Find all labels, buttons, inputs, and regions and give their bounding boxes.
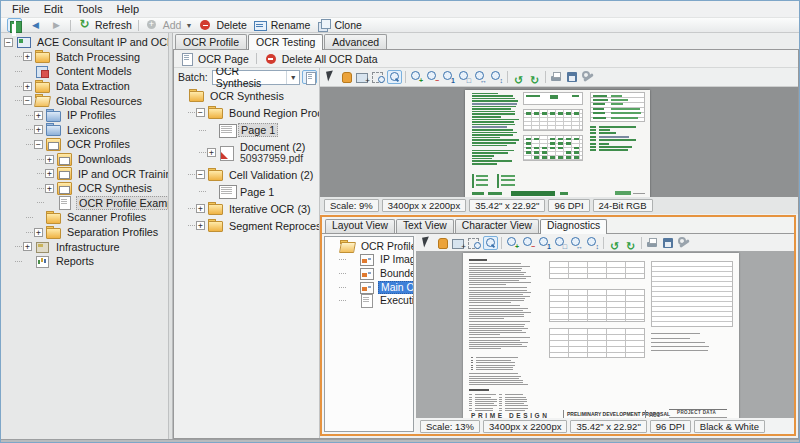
magnifier-tool[interactable] <box>387 70 402 84</box>
delete-all-ocr-data-button[interactable]: Delete All OCR Data <box>260 51 382 66</box>
tab-layout-view[interactable]: Layout View <box>325 219 395 233</box>
tree-item-ocr-profile-example[interactable]: OCR Profile Example <box>325 239 413 253</box>
zoom-fit-height-button[interactable] <box>489 70 504 84</box>
zoom-in-button[interactable] <box>505 236 520 250</box>
delete-button[interactable]: Delete <box>195 18 249 32</box>
ocr-page-button[interactable]: OCR Page <box>176 51 253 66</box>
zoom-region-tool[interactable] <box>371 70 386 84</box>
tab-character-view[interactable]: Character View <box>455 219 539 233</box>
settings-button[interactable] <box>677 236 692 250</box>
collapse-icon[interactable]: − <box>23 96 32 105</box>
settings-button[interactable] <box>581 70 596 84</box>
pan-tool[interactable] <box>339 70 354 84</box>
tree-item-ace-consultant-ip-and-ocr[interactable]: −ACE Consultant IP and OCR <box>1 35 168 50</box>
tab-ocr-profile[interactable]: OCR Profile <box>175 34 247 49</box>
tab-diagnostics[interactable]: Diagnostics <box>540 219 607 234</box>
tree-item-global-resources[interactable]: −Global Resources <box>1 93 168 108</box>
select-region-tool[interactable] <box>355 70 370 84</box>
back-button[interactable] <box>25 18 46 32</box>
expand-icon[interactable]: + <box>45 169 54 178</box>
zoom-in-button[interactable] <box>409 70 424 84</box>
zoom-fit-width-button[interactable] <box>569 236 584 250</box>
tree-item-scanner-profiles[interactable]: Scanner Profiles <box>1 210 168 225</box>
expand-icon[interactable]: + <box>45 184 54 193</box>
collapse-icon[interactable]: − <box>196 170 205 179</box>
tree-item-page-1[interactable]: Page 1 <box>174 185 319 198</box>
tree-item-ip-profiles[interactable]: +IP Profiles <box>1 108 168 123</box>
pointer-tool[interactable] <box>419 236 434 250</box>
expand-icon[interactable]: + <box>23 82 32 91</box>
zoom-region-tool[interactable] <box>467 236 482 250</box>
clone-button[interactable]: Clone <box>313 18 364 32</box>
tree-item-reports[interactable]: Reports <box>1 254 168 269</box>
zoom-actual-button[interactable] <box>537 236 552 250</box>
zoom-actual-button[interactable] <box>441 70 456 84</box>
refresh-button[interactable]: Refresh <box>74 18 135 32</box>
collapse-icon[interactable]: − <box>4 38 13 47</box>
zoom-out-button[interactable] <box>521 236 536 250</box>
collapse-icon[interactable]: − <box>196 108 205 117</box>
tree-item-ocr-profile-example[interactable]: OCR Profile Example <box>1 196 168 211</box>
rotate-right-button[interactable] <box>527 70 542 84</box>
save-button[interactable] <box>565 70 580 84</box>
zoom-fit-width-button[interactable] <box>473 70 488 84</box>
menu-item-edit[interactable]: Edit <box>37 2 70 16</box>
view-toggle-button[interactable] <box>4 18 25 32</box>
tree-item-data-extraction[interactable]: +Data Extraction <box>1 79 168 94</box>
tree-item-bound-region-processing-1[interactable]: −Bound Region Processing (1) <box>174 106 319 119</box>
rotate-left-button[interactable] <box>511 70 526 84</box>
expand-icon[interactable]: + <box>45 155 54 164</box>
expand-icon[interactable]: + <box>23 52 32 61</box>
expand-icon[interactable]: + <box>196 204 205 213</box>
top-image-preview[interactable] <box>320 86 798 197</box>
rotate-left-button[interactable] <box>607 236 622 250</box>
tree-item-bounded-regions[interactable]: Bounded Regions <box>325 267 413 281</box>
tree-item-page-1[interactable]: Page 1 <box>174 123 319 137</box>
tree-item-ip-and-ocr-training[interactable]: +IP and OCR Training <box>1 166 168 181</box>
expand-icon[interactable]: + <box>34 111 43 120</box>
menu-item-help[interactable]: Help <box>109 2 146 16</box>
tree-item-ip-image[interactable]: IP Image <box>325 253 413 267</box>
print-button[interactable] <box>549 70 564 84</box>
tab-ocr-testing[interactable]: OCR Testing <box>248 34 323 50</box>
menu-item-tools[interactable]: Tools <box>70 2 110 16</box>
collapse-icon[interactable]: − <box>34 140 43 149</box>
zoom-fit-height-button[interactable] <box>585 236 600 250</box>
tab-text-view[interactable]: Text View <box>396 219 454 233</box>
diagnostics-image-preview[interactable]: PRIME DESIGNPRELIMINARY DEVELOPMENT PROP… <box>416 251 794 418</box>
zoom-out-button[interactable] <box>425 70 440 84</box>
pan-tool[interactable] <box>435 236 450 250</box>
rename-button[interactable]: Rename <box>250 18 314 32</box>
batch-select[interactable]: OCR Synthesis ▼ <box>212 70 300 85</box>
page-view-toggle[interactable] <box>302 70 317 84</box>
tree-item-cell-validation-2[interactable]: −Cell Validation (2) <box>174 168 319 181</box>
expand-icon[interactable]: + <box>34 228 43 237</box>
tree-item-ocr-synthesis[interactable]: +OCR Synthesis <box>1 181 168 196</box>
tab-advanced[interactable]: Advanced <box>324 34 387 49</box>
tree-item-separation-profiles[interactable]: +Separation Profiles <box>1 225 168 240</box>
magnifier-tool[interactable] <box>483 236 498 250</box>
tree-item-segment-reprocessing-4[interactable]: +Segment Reprocessing (4) <box>174 219 319 232</box>
tree-item-ocr-synthesis[interactable]: OCR Synthesis <box>174 89 319 102</box>
tree-item-batch-processing[interactable]: +Batch Processing <box>1 50 168 65</box>
tree-item-execution-log[interactable]: Execution Log <box>325 294 413 308</box>
tree-item-document-2[interactable]: +Document (2)50937959.pdf <box>174 141 319 164</box>
expand-icon[interactable]: + <box>207 148 216 157</box>
expand-icon[interactable]: + <box>196 221 205 230</box>
zoom-fit-button[interactable] <box>553 236 568 250</box>
tree-item-lexicons[interactable]: +Lexicons <box>1 123 168 138</box>
rotate-right-button[interactable] <box>623 236 638 250</box>
save-button[interactable] <box>661 236 676 250</box>
expand-icon[interactable]: + <box>34 125 43 134</box>
print-button[interactable] <box>645 236 660 250</box>
tree-item-infrastructure[interactable]: +Infrastructure <box>1 239 168 254</box>
tree-item-content-models[interactable]: Content Models <box>1 64 168 79</box>
tree-item-downloads[interactable]: +Downloads <box>1 152 168 167</box>
menu-item-file[interactable]: File <box>5 2 37 16</box>
pointer-tool[interactable] <box>323 70 338 84</box>
zoom-fit-button[interactable] <box>457 70 472 84</box>
expand-icon[interactable]: + <box>23 242 32 251</box>
tree-item-main-ocr-input[interactable]: Main OCR Input <box>325 280 413 294</box>
tree-item-iterative-ocr-3[interactable]: +Iterative OCR (3) <box>174 202 319 215</box>
tree-item-ocr-profiles[interactable]: −OCR Profiles <box>1 137 168 152</box>
